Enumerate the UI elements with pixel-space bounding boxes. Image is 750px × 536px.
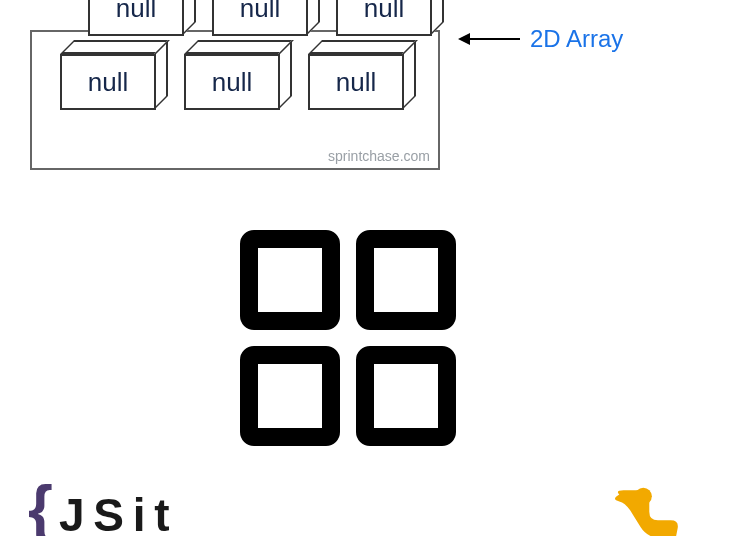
cell-value: null	[336, 0, 432, 36]
grid-cell-icon	[356, 230, 456, 330]
array-cell: null	[212, 0, 322, 36]
grid-cell-icon	[240, 230, 340, 330]
svg-point-0	[635, 488, 652, 505]
array-cell: null	[336, 0, 446, 36]
array-front-row: null null null	[60, 40, 418, 110]
cell-value: null	[88, 0, 184, 36]
arrow-icon	[460, 38, 520, 40]
array-cell: null	[184, 40, 294, 110]
array-cell: null	[308, 40, 418, 110]
diagram-annotation-arrow: 2D Array	[460, 25, 623, 53]
grid-cell-icon	[356, 346, 456, 446]
grid-cell-icon	[240, 346, 340, 446]
array-2d-diagram: sprintchase.com null null null null null…	[30, 0, 450, 170]
watermark-text: sprintchase.com	[328, 148, 430, 164]
array-cell: null	[88, 0, 198, 36]
array-cell: null	[60, 40, 170, 110]
cell-value: null	[60, 54, 156, 110]
cell-value: null	[308, 54, 404, 110]
cell-value: null	[212, 0, 308, 36]
brace-open: {	[28, 472, 51, 536]
logo-partial-text: J S i t	[59, 488, 168, 536]
logo-brace-fragment: { J S i t	[28, 472, 168, 536]
trophy-icon	[600, 486, 690, 536]
grid-2x2-icon	[240, 230, 456, 446]
cell-value: null	[184, 54, 280, 110]
array-back-row: null null null	[88, 0, 446, 36]
diagram-label: 2D Array	[530, 25, 623, 53]
